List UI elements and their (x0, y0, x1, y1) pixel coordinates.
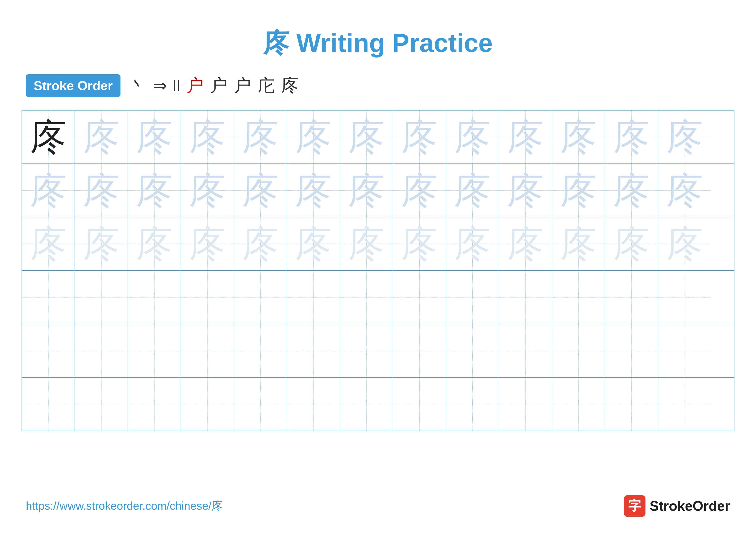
grid-cell[interactable]: 庝 (128, 217, 181, 270)
grid-cell[interactable] (658, 378, 711, 431)
grid-cell[interactable] (234, 378, 287, 431)
grid-cell[interactable] (75, 324, 128, 377)
grid-cell[interactable] (75, 378, 128, 431)
grid-cell[interactable]: 庝 (552, 217, 605, 270)
grid-cell[interactable] (234, 324, 287, 377)
grid-cell[interactable]: 庝 (658, 217, 711, 270)
grid-row-6 (22, 378, 734, 431)
grid-row-4 (22, 271, 734, 324)
grid-cell[interactable] (22, 324, 75, 377)
grid-cell[interactable] (287, 271, 340, 324)
grid-cell[interactable] (446, 271, 499, 324)
grid-cell[interactable]: 庝 (393, 111, 446, 164)
grid-cell[interactable]: 庝 (22, 217, 75, 270)
stroke-sequence: 丶 ⇒ 𠃌 户 户 户 庀 庝 (129, 74, 298, 97)
grid-cell[interactable] (340, 378, 393, 431)
grid-cell[interactable]: 庝 (393, 164, 446, 217)
grid-cell[interactable] (552, 324, 605, 377)
grid-cell[interactable] (234, 271, 287, 324)
grid-cell[interactable] (340, 271, 393, 324)
grid-cell[interactable]: 庝 (340, 111, 393, 164)
grid-cell[interactable]: 庝 (605, 217, 658, 270)
grid-cell[interactable]: 庝 (605, 164, 658, 217)
stroke-8: 庝 (281, 74, 298, 97)
grid-cell[interactable]: 庝 (22, 164, 75, 217)
stroke-order-section: Stroke Order 丶 ⇒ 𠃌 户 户 户 庀 庝 (0, 74, 756, 97)
grid-cell[interactable] (552, 271, 605, 324)
grid-cell[interactable]: 庝 (499, 217, 552, 270)
footer: https://www.strokeorder.com/chinese/庝 字 … (0, 495, 756, 517)
grid-cell[interactable]: 庝 (552, 164, 605, 217)
grid-cell[interactable] (446, 378, 499, 431)
grid-row-5 (22, 324, 734, 378)
grid-cell[interactable] (128, 324, 181, 377)
grid-cell[interactable]: 庝 (287, 164, 340, 217)
grid-cell[interactable] (22, 378, 75, 431)
grid-cell[interactable]: 庝 (234, 111, 287, 164)
grid-cell[interactable]: 庝 (499, 111, 552, 164)
stroke-4: 户 (186, 74, 204, 97)
grid-cell[interactable] (658, 324, 711, 377)
stroke-7: 庀 (257, 74, 275, 97)
grid-cell[interactable]: 庝 (499, 164, 552, 217)
page-title: 庝 Writing Practice (0, 0, 756, 74)
grid-cell[interactable] (22, 271, 75, 324)
grid-row-1: 庝 庝 庝 庝 庝 庝 庝 庝 庝 庝 庝 庝 庝 (22, 111, 734, 164)
grid-cell[interactable] (393, 271, 446, 324)
grid-cell[interactable] (340, 324, 393, 377)
grid-cell[interactable]: 庝 (446, 164, 499, 217)
grid-cell[interactable]: 庝 (75, 217, 128, 270)
grid-cell[interactable]: 庝 (128, 111, 181, 164)
grid-cell[interactable] (128, 378, 181, 431)
grid-cell[interactable] (446, 324, 499, 377)
grid-cell[interactable] (181, 378, 234, 431)
grid-cell[interactable]: 庝 (605, 111, 658, 164)
stroke-3: 𠃌 (174, 76, 180, 95)
grid-cell[interactable] (605, 324, 658, 377)
grid-cell[interactable]: 庝 (340, 217, 393, 270)
grid-cell[interactable] (181, 324, 234, 377)
grid-cell[interactable] (552, 378, 605, 431)
grid-cell[interactable] (499, 378, 552, 431)
footer-url[interactable]: https://www.strokeorder.com/chinese/庝 (26, 498, 223, 514)
practice-grid: 庝 庝 庝 庝 庝 庝 庝 庝 庝 庝 庝 庝 庝 庝 庝 庝 庝 庝 庝 庝 … (21, 110, 735, 431)
grid-cell[interactable] (128, 271, 181, 324)
grid-cell[interactable]: 庝 (234, 217, 287, 270)
grid-cell[interactable] (181, 271, 234, 324)
grid-cell[interactable] (499, 271, 552, 324)
grid-cell[interactable]: 庝 (393, 217, 446, 270)
stroke-6: 户 (234, 74, 251, 97)
logo-icon: 字 (624, 495, 645, 517)
grid-cell[interactable]: 庝 (234, 164, 287, 217)
grid-cell[interactable]: 庝 (181, 111, 234, 164)
grid-cell[interactable]: 庝 (75, 111, 128, 164)
grid-cell[interactable]: 庝 (287, 111, 340, 164)
grid-cell[interactable]: 庝 (446, 217, 499, 270)
stroke-order-badge: Stroke Order (26, 74, 121, 97)
stroke-2: ⇒ (153, 76, 167, 96)
grid-cell[interactable] (605, 271, 658, 324)
grid-cell[interactable] (605, 378, 658, 431)
grid-row-3: 庝 庝 庝 庝 庝 庝 庝 庝 庝 庝 庝 庝 庝 (22, 217, 734, 271)
grid-row-2: 庝 庝 庝 庝 庝 庝 庝 庝 庝 庝 庝 庝 庝 (22, 164, 734, 217)
grid-cell[interactable]: 庝 (446, 111, 499, 164)
grid-cell[interactable] (287, 324, 340, 377)
stroke-1: 丶 (129, 74, 146, 97)
grid-cell[interactable]: 庝 (340, 164, 393, 217)
grid-cell[interactable]: 庝 (287, 217, 340, 270)
grid-cell[interactable] (499, 324, 552, 377)
grid-cell[interactable]: 庝 (128, 164, 181, 217)
grid-cell[interactable]: 庝 (181, 217, 234, 270)
grid-cell[interactable]: 庝 (75, 164, 128, 217)
grid-cell[interactable]: 庝 (181, 164, 234, 217)
stroke-5: 户 (210, 74, 228, 97)
grid-cell[interactable]: 庝 (552, 111, 605, 164)
grid-cell[interactable] (393, 324, 446, 377)
grid-cell[interactable]: 庝 (658, 164, 711, 217)
grid-cell[interactable]: 庝 (658, 111, 711, 164)
grid-cell[interactable] (75, 271, 128, 324)
grid-cell[interactable] (393, 378, 446, 431)
grid-cell[interactable] (287, 378, 340, 431)
grid-cell[interactable]: 庝 (22, 111, 75, 164)
grid-cell[interactable] (658, 271, 711, 324)
